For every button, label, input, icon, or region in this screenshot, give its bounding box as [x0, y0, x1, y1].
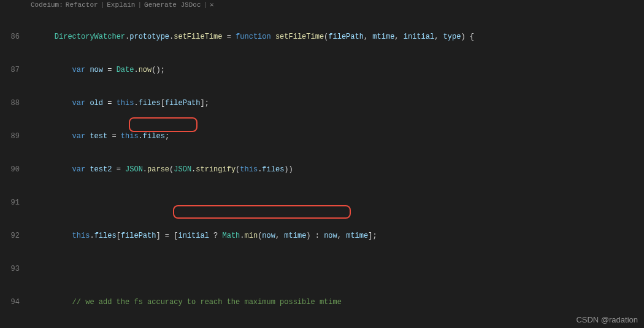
line-number: 87: [0, 64, 26, 76]
codelens-sep: |: [137, 1, 142, 9]
code-line[interactable]: var old = this.files[filePath];: [37, 98, 644, 109]
code-editor[interactable]: 86 DirectoryWatcher.prototype.setFileTim…: [0, 9, 644, 328]
code-line[interactable]: var test = this.files;: [37, 131, 644, 142]
line-number: 94: [0, 297, 26, 308]
line-number: 90: [0, 164, 26, 175]
codelens-sep: |: [203, 1, 207, 9]
line-number: 91: [0, 197, 26, 208]
codelens-explain[interactable]: Explain: [107, 1, 135, 9]
line-number: 92: [0, 230, 26, 241]
codelens-prefix: Codeium:: [31, 1, 63, 9]
code-line[interactable]: DirectoryWatcher.prototype.setFileTime =…: [37, 31, 644, 42]
line-number: 86: [0, 31, 26, 42]
code-line[interactable]: var now = Date.now();: [37, 64, 644, 76]
codelens-refactor[interactable]: Refactor: [66, 1, 98, 9]
line-number: 88: [0, 98, 26, 109]
codelens-sep: |: [101, 1, 105, 9]
watermark: CSDN @radation: [576, 315, 638, 324]
code-line[interactable]: var test2 = JSON.parse(JSON.stringify(th…: [37, 164, 644, 175]
codelens-jsdoc[interactable]: Generate JSDoc: [144, 1, 201, 9]
code-line[interactable]: this.files[filePath] = [initial ? Math.m…: [37, 230, 644, 241]
line-number: 89: [0, 131, 26, 142]
line-number: 93: [0, 264, 26, 275]
code-line[interactable]: // we add the fs accuracy to reach the m…: [37, 297, 644, 308]
codelens-bar: Codeium: Refactor | Explain | Generate J…: [0, 0, 644, 9]
codelens-close-icon[interactable]: ✕: [210, 1, 214, 9]
